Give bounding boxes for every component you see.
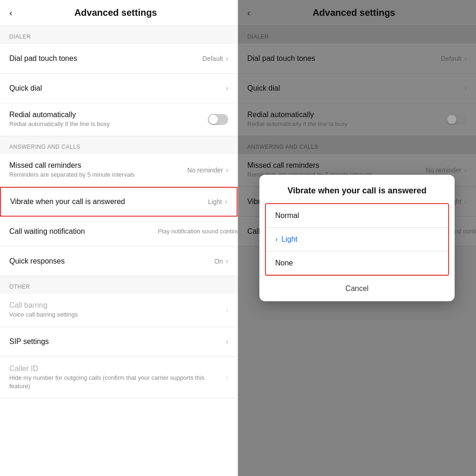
left-item-call-barring-title: Call barring	[9, 301, 222, 310]
left-item-call-waiting-title: Call waiting notification	[9, 227, 154, 236]
left-item-caller-id-subtitle: Hide my number for outgoing calls (confi…	[9, 374, 222, 390]
chevron-icon: ›	[226, 257, 228, 265]
left-item-call-waiting[interactable]: Call waiting notification Play notificat…	[0, 217, 238, 246]
redial-toggle[interactable]	[208, 114, 228, 125]
left-item-sip-settings[interactable]: SIP settings ›	[0, 327, 238, 357]
left-item-missed-call-title: Missed call reminders	[9, 161, 184, 170]
left-section-dialer-label: DIALER	[0, 26, 238, 44]
left-panel: ‹ Advanced settings DIALER Dial pad touc…	[0, 0, 238, 476]
left-item-call-barring-subtitle: Voice call barring settings	[9, 311, 222, 319]
chevron-icon: ›	[226, 54, 228, 63]
left-item-vibrate[interactable]: Vibrate when your call is answered Light…	[0, 187, 238, 217]
left-item-missed-call-value: No reminder	[187, 166, 223, 174]
dialog-option-none[interactable]: None	[266, 251, 448, 275]
dialog-options: Normal › Light None	[265, 203, 449, 276]
left-header-title: Advanced settings	[20, 7, 212, 18]
left-item-call-barring[interactable]: Call barring Voice call barring settings…	[0, 294, 238, 327]
left-item-missed-call[interactable]: Missed call reminders Reminders are sepa…	[0, 154, 238, 187]
chevron-icon: ›	[226, 84, 228, 93]
dialog-option-normal-label: Normal	[275, 212, 299, 220]
chevron-icon: ›	[226, 337, 228, 346]
left-item-dial-pad-tones-value: Default	[202, 55, 223, 62]
dialog-title: Vibrate when your call is answered	[259, 175, 455, 203]
left-item-quick-responses[interactable]: Quick responses On ›	[0, 246, 238, 276]
left-item-redial-subtitle: Redial automatically if the line is busy	[9, 120, 204, 128]
dialog-option-none-label: None	[275, 259, 293, 267]
dialog-overlay: Vibrate when your call is answered Norma…	[238, 0, 476, 476]
left-item-dial-pad-tones[interactable]: Dial pad touch tones Default ›	[0, 44, 238, 73]
chevron-icon: ›	[226, 227, 228, 236]
dialog-option-light-label: Light	[281, 235, 298, 244]
left-item-missed-call-subtitle: Reminders are separated by 5 minute inte…	[9, 171, 184, 179]
left-item-call-waiting-value: Play notification sound continuously	[158, 228, 223, 235]
selected-chevron-icon: ›	[275, 235, 278, 244]
chevron-icon: ›	[225, 198, 227, 206]
left-item-redial-title: Redial automatically	[9, 111, 204, 119]
left-item-quick-responses-title: Quick responses	[9, 257, 211, 265]
left-item-caller-id[interactable]: Caller ID Hide my number for outgoing ca…	[0, 357, 238, 398]
left-item-dial-pad-tones-title: Dial pad touch tones	[9, 54, 198, 63]
left-item-vibrate-title: Vibrate when your call is answered	[10, 198, 204, 206]
chevron-icon: ›	[226, 306, 228, 314]
toggle-thumb	[209, 115, 218, 124]
left-back-button[interactable]: ‹	[9, 7, 13, 18]
dialog-option-light[interactable]: › Light	[266, 228, 448, 251]
left-item-quick-dial-title: Quick dial	[9, 84, 222, 93]
left-item-quick-responses-value: On	[214, 258, 223, 265]
dialog-option-normal[interactable]: Normal	[266, 204, 448, 228]
chevron-icon: ›	[226, 166, 228, 174]
dialog-cancel-button[interactable]: Cancel	[259, 276, 455, 301]
left-item-quick-dial[interactable]: Quick dial ›	[0, 73, 238, 103]
left-section-calls-label: ANSWERING AND CALLS	[0, 136, 238, 154]
left-header: ‹ Advanced settings	[0, 0, 238, 26]
chevron-icon: ›	[226, 373, 228, 382]
vibrate-dialog: Vibrate when your call is answered Norma…	[259, 175, 455, 301]
left-item-redial[interactable]: Redial automatically Redial automaticall…	[0, 103, 238, 136]
left-section-other-label: OTHER	[0, 276, 238, 294]
left-item-sip-settings-title: SIP settings	[9, 337, 222, 346]
left-item-caller-id-title: Caller ID	[9, 364, 222, 373]
left-item-vibrate-value: Light	[208, 198, 222, 205]
right-panel: ‹ Advanced settings DIALER Dial pad touc…	[238, 0, 476, 476]
